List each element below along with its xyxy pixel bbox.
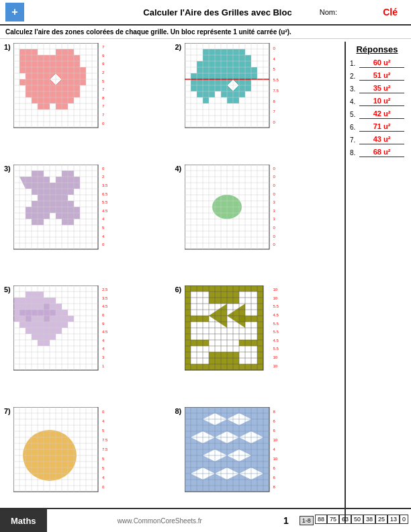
grid-wrapper-3: 023.56.55.54.54540: [13, 165, 107, 262]
answer-value: 35 u²: [359, 84, 404, 93]
answer-num: 1.: [350, 60, 359, 67]
page-footer: Maths www.CommonCoreSheets.fr 1 1-8 8875…: [0, 508, 411, 532]
grid-wrapper-7: 0457.57.55540: [13, 407, 107, 504]
grid-cell-5: 5): [3, 284, 171, 403]
grid-number-1: 1): [4, 43, 11, 51]
answer-value: 42 u²: [359, 109, 404, 119]
grid-labels-5: 2.53.54.5694.54431: [101, 285, 107, 370]
grid-svg-3: [13, 165, 101, 262]
footer-scores: 1-8 887563503825130: [300, 516, 408, 525]
answer-item: 1.60 u²: [350, 58, 404, 68]
score-box: 50: [351, 515, 363, 524]
answer-num: 4.: [350, 98, 359, 105]
grid-cell-3: 3): [3, 163, 171, 282]
answer-num: 7.: [350, 136, 359, 144]
nom-label: Nom:: [320, 8, 337, 16]
grid-wrapper-4: 0000333000: [185, 165, 275, 262]
grid-svg-2: [185, 43, 272, 140]
grid-cell-7: 7): [3, 406, 171, 525]
grid-number-7: 7): [4, 407, 11, 415]
answer-value: 10 u²: [359, 97, 404, 106]
grid-svg-7: [13, 407, 101, 504]
page-title: Calculer l'Aire des Grilles avec Bloc: [30, 7, 406, 17]
answer-item: 2.51 u²: [350, 71, 404, 81]
grid-labels-7: 0457.57.55540: [101, 407, 107, 492]
answer-value: 60 u²: [359, 58, 404, 68]
footer-page-number: 1: [283, 515, 289, 526]
score-boxes: 887563503825130: [315, 516, 408, 525]
svg-rect-145: [191, 322, 209, 340]
grid-labels-8: 86610410668: [272, 407, 278, 492]
footer-website: www.CommonCoreSheets.fr: [47, 517, 273, 525]
grid-labels-6: 10105.54.55.55.54.55.51010: [272, 285, 279, 370]
grid-svg-4: [185, 165, 272, 262]
page-header: + Calculer l'Aire des Grilles avec Bloc …: [0, 0, 411, 26]
score-box: 13: [387, 515, 400, 524]
grid-number-5: 5): [4, 285, 11, 294]
grid-labels-2: 0455.57.5870: [272, 43, 279, 128]
answer-item: 8.68 u²: [350, 148, 404, 157]
answer-item: 4.10 u²: [350, 97, 404, 106]
score-box: 0: [400, 515, 408, 524]
answer-num: 2.: [350, 73, 359, 80]
answers-container: 1.60 u²2.51 u²3.35 u²4.10 u²5.42 u²6.71 …: [350, 58, 404, 157]
grid-cell-1: 1): [3, 42, 171, 161]
answer-value: 71 u²: [359, 122, 404, 132]
answer-item: 3.35 u²: [350, 84, 404, 93]
cle-label: Clé: [383, 7, 398, 17]
answer-item: 7.43 u²: [350, 135, 404, 144]
grid-wrapper-6: 10105.54.55.55.54.55.51010: [185, 285, 279, 383]
answer-value: 43 u²: [359, 135, 404, 144]
grid-svg-5: [13, 285, 101, 383]
main-content: 1): [0, 39, 411, 524]
grid-wrapper-5: 2.53.54.5694.54431: [13, 285, 107, 383]
score-box: 38: [363, 515, 375, 524]
answers-panel: Réponses 1.60 u²2.51 u²3.35 u²4.10 u²5.4…: [345, 42, 408, 524]
answer-value: 68 u²: [359, 148, 404, 157]
score-box: 63: [339, 515, 351, 524]
grid-number-4: 4): [175, 165, 182, 173]
grid-number-8: 8): [175, 407, 182, 415]
grid-labels-1: 7992578770: [101, 43, 104, 128]
grid-svg-1: [13, 43, 101, 140]
grid-wrapper-1: 7992578770: [13, 43, 104, 140]
grids-area: 1): [3, 42, 345, 524]
grid-number-3: 3): [4, 165, 11, 173]
grid-cell-2: 2): [174, 42, 342, 161]
answer-value: 51 u²: [359, 71, 404, 81]
score-box: 75: [327, 515, 339, 524]
svg-marker-29: [191, 49, 257, 103]
answer-num: 8.: [350, 149, 359, 157]
instruction-text: Calculez l'aire des zones colorées de ch…: [0, 26, 411, 39]
answers-title: Réponses: [350, 44, 404, 54]
grid-number-6: 6): [175, 285, 182, 294]
footer-range: 1-8: [300, 516, 314, 525]
svg-rect-149: [239, 346, 257, 364]
grid-wrapper-8: 86610410668: [185, 407, 278, 504]
grid-cell-6: 6): [174, 284, 342, 403]
answer-num: 5.: [350, 111, 359, 118]
answer-num: 3.: [350, 85, 359, 93]
svg-rect-146: [191, 346, 209, 364]
grid-svg-6: [185, 285, 272, 383]
grid-labels-3: 023.56.55.54.54540: [101, 165, 107, 249]
score-box: 88: [315, 515, 327, 524]
answer-num: 6.: [350, 124, 359, 131]
grid-wrapper-2: 0455.57.5870: [185, 43, 279, 140]
footer-subject: Maths: [0, 509, 47, 532]
grid-cell-4: 4): [174, 163, 342, 282]
grid-labels-4: 0000333000: [272, 165, 275, 249]
answer-item: 5.42 u²: [350, 109, 404, 119]
grid-svg-8: [185, 407, 272, 504]
score-box: 25: [375, 515, 387, 524]
grid-cell-8: 8): [174, 406, 342, 525]
grid-number-2: 2): [175, 43, 182, 51]
header-icon: +: [5, 3, 24, 21]
answer-item: 6.71 u²: [350, 122, 404, 132]
